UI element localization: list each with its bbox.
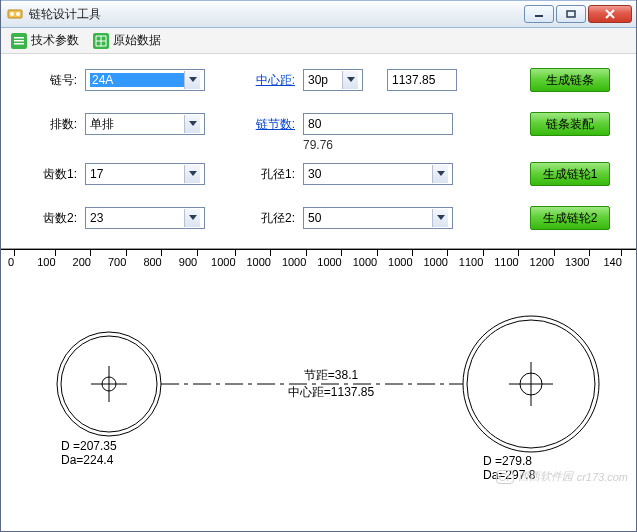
chevron-down-icon[interactable] xyxy=(184,209,200,227)
form-area: 链号: 24A 中心距: 30p 1137.85 生成链条 排数: xyxy=(1,54,636,248)
center-distance-label: 中心距=1137.85 xyxy=(271,384,391,401)
watermark-icon: Cr xyxy=(496,470,514,484)
pitch-label: 节距=38.1 xyxy=(271,367,391,384)
bore1-combo[interactable]: 30 xyxy=(303,163,453,185)
teeth2-value: 23 xyxy=(90,211,184,225)
svg-point-2 xyxy=(16,12,20,16)
teeth1-label: 齿数1: xyxy=(25,166,77,183)
toolbar: 技术参数 原始数据 xyxy=(1,28,636,54)
menu-raw-data[interactable]: 原始数据 xyxy=(89,30,165,51)
chevron-down-icon[interactable] xyxy=(184,115,200,133)
watermark: Cr 西西软件园 cr173.com xyxy=(496,469,628,484)
bore1-label: 孔径1: xyxy=(243,166,295,183)
chain-no-combo[interactable]: 24A xyxy=(85,69,205,91)
center-distance-combo[interactable]: 30p xyxy=(303,69,363,91)
bore2-combo[interactable]: 50 xyxy=(303,207,453,229)
bore1-value: 30 xyxy=(308,167,432,181)
chevron-down-icon[interactable] xyxy=(184,165,200,183)
center-distance-input[interactable]: 1137.85 xyxy=(387,69,457,91)
svg-rect-3 xyxy=(535,15,543,17)
chevron-down-icon[interactable] xyxy=(432,165,448,183)
minimize-button[interactable] xyxy=(524,5,554,23)
link-count-input[interactable]: 80 xyxy=(303,113,453,135)
window-title: 链轮设计工具 xyxy=(29,6,522,23)
chain-no-label: 链号: xyxy=(25,72,77,89)
generate-sprocket2-button[interactable]: 生成链轮2 xyxy=(530,206,610,230)
menu-raw-data-label: 原始数据 xyxy=(113,32,161,49)
bore2-label: 孔径2: xyxy=(243,210,295,227)
menu-tech-params-label: 技术参数 xyxy=(31,32,79,49)
menu-tech-params[interactable]: 技术参数 xyxy=(7,30,83,51)
app-icon xyxy=(7,6,23,22)
chevron-down-icon[interactable] xyxy=(184,71,200,89)
center-distance-combo-value: 30p xyxy=(308,73,342,87)
teeth2-label: 齿数2: xyxy=(25,210,77,227)
chain-no-value: 24A xyxy=(90,73,184,87)
teeth1-value: 17 xyxy=(90,167,184,181)
maximize-button[interactable] xyxy=(556,5,586,23)
chevron-down-icon[interactable] xyxy=(342,71,358,89)
app-window: 链轮设计工具 技术参数 原始数据 xyxy=(0,0,637,532)
arrangement-label: 排数: xyxy=(25,116,77,133)
chevron-down-icon[interactable] xyxy=(432,209,448,227)
drawing-canvas: 0100200700800900100010001000100010001000… xyxy=(1,248,636,490)
chain-assembly-button[interactable]: 链条装配 xyxy=(530,112,610,136)
arrangement-combo[interactable]: 单排 xyxy=(85,113,205,135)
svg-rect-4 xyxy=(567,11,575,17)
generate-chain-button[interactable]: 生成链条 xyxy=(530,68,610,92)
svg-rect-8 xyxy=(14,43,24,45)
teeth1-combo[interactable]: 17 xyxy=(85,163,205,185)
grid-icon xyxy=(93,33,109,49)
list-icon xyxy=(11,33,27,49)
center-distance-link[interactable]: 中心距: xyxy=(256,73,295,87)
svg-rect-6 xyxy=(14,37,24,39)
link-count-link[interactable]: 链节数: xyxy=(256,117,295,131)
generate-sprocket1-button[interactable]: 生成链轮1 xyxy=(530,162,610,186)
close-button[interactable] xyxy=(588,5,632,23)
svg-point-1 xyxy=(10,12,14,16)
titlebar[interactable]: 链轮设计工具 xyxy=(1,0,636,28)
center-labels: 节距=38.1 中心距=1137.85 xyxy=(271,367,391,401)
bore2-value: 50 xyxy=(308,211,432,225)
teeth2-combo[interactable]: 23 xyxy=(85,207,205,229)
sprocket1-dims: D =207.35 Da=224.4 xyxy=(61,439,117,467)
svg-rect-7 xyxy=(14,40,24,42)
arrangement-value: 单排 xyxy=(90,116,184,133)
link-count-calc: 79.76 xyxy=(303,138,612,152)
